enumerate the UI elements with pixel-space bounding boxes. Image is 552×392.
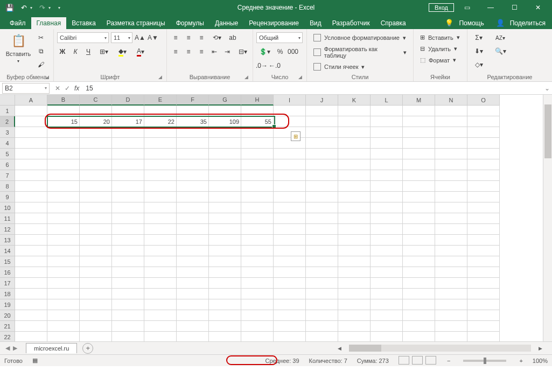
column-header[interactable]: I [274,95,306,106]
cell[interactable] [274,310,306,321]
cell[interactable] [274,246,306,256]
cell[interactable] [47,278,80,289]
cell[interactable] [209,256,241,267]
cell[interactable]: 55 [241,116,274,127]
cell[interactable] [371,278,403,289]
cell[interactable] [177,246,209,256]
percent-icon[interactable]: % [275,46,285,57]
underline-button[interactable]: Ч [83,46,94,57]
normal-view-icon[interactable] [399,356,409,365]
column-header[interactable]: L [371,95,403,106]
cell[interactable] [467,181,500,192]
comma-icon[interactable]: 000 [288,46,298,57]
cell[interactable] [467,170,500,181]
cell[interactable] [47,138,80,149]
cell[interactable] [403,321,435,332]
cell[interactable] [241,106,274,116]
cell[interactable] [241,181,274,192]
cell[interactable] [241,235,274,246]
cell[interactable] [274,170,306,181]
cell[interactable] [467,299,500,310]
cell[interactable] [338,116,371,127]
cancel-icon[interactable]: ✕ [55,85,60,92]
dialog-launcher-icon[interactable]: ◢ [298,74,302,80]
cell[interactable] [112,181,144,192]
sheet-nav-prev-icon[interactable]: ◀ [5,345,10,352]
cell[interactable] [144,138,177,149]
cell[interactable] [274,192,306,202]
cell[interactable] [47,321,80,332]
cell[interactable] [467,332,500,341]
cell[interactable] [371,159,403,170]
cell[interactable] [15,235,47,246]
cell[interactable] [112,278,144,289]
cell[interactable] [371,235,403,246]
ribbon-display-icon[interactable]: ▭ [456,0,478,15]
cell[interactable] [371,149,403,159]
cell[interactable] [15,149,47,159]
row-header[interactable]: 17 [0,278,15,289]
cell[interactable] [435,289,467,299]
cell[interactable] [338,310,371,321]
cell[interactable] [80,127,112,138]
cell[interactable] [144,202,177,213]
tell-me-button[interactable]: Помощь [459,19,484,27]
cell[interactable] [112,289,144,299]
cell[interactable] [144,321,177,332]
cell[interactable] [15,106,47,116]
tab-view[interactable]: Вид [304,17,327,29]
cell[interactable] [112,256,144,267]
tab-insert[interactable]: Вставка [66,17,101,29]
row-header[interactable]: 4 [0,138,15,149]
cell[interactable] [144,224,177,235]
cell[interactable] [177,332,209,341]
cell[interactable] [80,267,112,278]
cell[interactable] [435,224,467,235]
cell[interactable] [47,202,80,213]
cell[interactable] [435,116,467,127]
cell[interactable] [306,321,338,332]
undo-icon[interactable]: ↶ [19,3,28,12]
row-header[interactable]: 2 [0,116,15,127]
cell[interactable] [306,192,338,202]
cell[interactable] [371,267,403,278]
cell[interactable] [144,106,177,116]
cell[interactable] [112,159,144,170]
cell[interactable] [209,278,241,289]
fill-color-button[interactable]: ◆▾ [114,46,130,57]
row-header[interactable]: 6 [0,159,15,170]
align-top-icon[interactable]: ≡ [170,32,181,43]
conditional-formatting-button[interactable]: Условное форматирование ▾ [310,32,409,43]
cell[interactable] [274,289,306,299]
cell[interactable] [306,246,338,256]
cell[interactable] [403,246,435,256]
row-header[interactable]: 19 [0,299,15,310]
row-header[interactable]: 3 [0,127,15,138]
cell[interactable] [15,332,47,341]
cell[interactable] [371,310,403,321]
cell[interactable] [15,138,47,149]
cell[interactable] [144,181,177,192]
cell[interactable] [112,235,144,246]
cell[interactable] [338,127,371,138]
cell[interactable] [144,289,177,299]
cell[interactable] [209,289,241,299]
cell[interactable] [403,202,435,213]
cell[interactable] [306,138,338,149]
cell[interactable] [306,170,338,181]
column-header[interactable]: B [47,95,80,106]
cell[interactable] [47,289,80,299]
cell[interactable] [209,310,241,321]
cell[interactable] [435,149,467,159]
cell[interactable] [112,224,144,235]
cell[interactable] [467,310,500,321]
cell[interactable] [435,332,467,341]
cell[interactable] [403,149,435,159]
row-header[interactable]: 9 [0,192,15,202]
cell[interactable] [209,213,241,224]
cell[interactable] [403,267,435,278]
cell[interactable] [177,170,209,181]
cell[interactable] [80,321,112,332]
cell[interactable] [371,213,403,224]
cell[interactable] [371,321,403,332]
